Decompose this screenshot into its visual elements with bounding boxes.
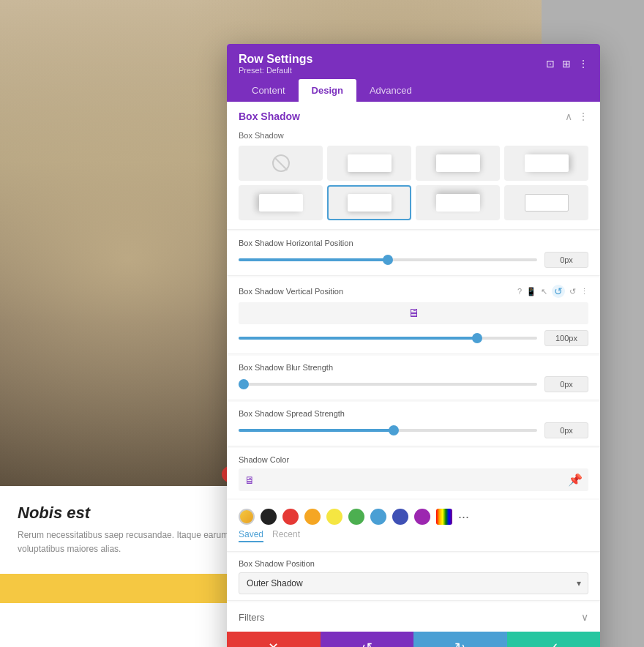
panel-body: Box Shadow ∧ ⋮ Box Shadow	[227, 102, 600, 647]
more-icon[interactable]: ⋮	[578, 58, 588, 70]
help-icon[interactable]: ?	[517, 287, 522, 296]
columns-icon[interactable]: ⊞	[562, 58, 571, 70]
color-indigo[interactable]	[392, 509, 408, 525]
blur-value[interactable]: 0px	[544, 376, 588, 392]
shadow-label: Box Shadow	[227, 128, 600, 146]
shadow-position-label: Box Shadow Position	[239, 559, 588, 568]
vertical-label: Box Shadow Vertical Position	[239, 287, 343, 296]
shadow-option-top[interactable]	[416, 185, 500, 220]
color-yellow[interactable]	[326, 509, 342, 525]
mobile-icon-sm[interactable]: 📱	[526, 287, 536, 296]
monitor-icon[interactable]: 🖥	[408, 307, 419, 320]
vertical-track[interactable]	[239, 337, 537, 340]
vertical-slider-section: Box Shadow Vertical Position ? 📱 ↖ ↺ ↺ ⋮…	[227, 277, 600, 354]
undo-button[interactable]: ↺	[321, 632, 414, 647]
filters-section[interactable]: Filters ∨	[227, 602, 600, 632]
spread-value[interactable]: 0px	[544, 422, 588, 438]
section-title: Box Shadow	[239, 111, 300, 122]
spread-slider-row: Box Shadow Spread Strength 0px	[227, 402, 600, 446]
spread-track[interactable]	[239, 429, 537, 432]
collapse-icon[interactable]: ∧	[565, 111, 572, 122]
shadow-option-outer[interactable]	[416, 146, 500, 181]
color-tabs: Saved Recent	[239, 529, 588, 542]
card-body: Rerum necessitatibus saep recusandae. It…	[18, 528, 239, 556]
row-settings-panel: Row Settings Preset: Default ⊡ ⊞ ⋮ Conte…	[227, 44, 600, 647]
color-red[interactable]	[282, 509, 299, 525]
color-black[interactable]	[261, 509, 277, 525]
tab-design[interactable]: Design	[299, 79, 356, 102]
color-green[interactable]	[348, 509, 364, 525]
save-button[interactable]: ✓	[507, 632, 601, 647]
redo-button[interactable]: ↻	[413, 632, 507, 647]
color-orange[interactable]	[304, 509, 321, 525]
header-icons: ⊡ ⊞ ⋮	[546, 58, 588, 70]
color-gradient-picker[interactable]	[436, 509, 452, 525]
horizontal-track[interactable]	[239, 258, 537, 261]
blur-track[interactable]	[239, 383, 537, 386]
sync-icon[interactable]: ↺	[552, 285, 565, 298]
color-palette: ··· Saved Recent	[227, 500, 600, 551]
shadow-position-select[interactable]: Outer Shadow Inner Shadow	[239, 572, 588, 594]
filters-expand-icon[interactable]: ∨	[581, 611, 588, 623]
horizontal-label: Box Shadow Horizontal Position	[239, 239, 353, 247]
filters-label: Filters	[239, 612, 264, 623]
shadow-option-bottom[interactable]	[327, 146, 411, 181]
card-title: Nobis est	[18, 504, 239, 523]
tab-advanced[interactable]: Advanced	[356, 79, 425, 102]
vertical-value[interactable]: 100px	[544, 330, 588, 346]
spread-label: Box Shadow Spread Strength	[239, 409, 345, 418]
color-eyedropper[interactable]	[239, 509, 255, 525]
panel-header: Row Settings Preset: Default ⊡ ⊞ ⋮ Conte…	[227, 44, 600, 102]
shadow-option-selected[interactable]	[327, 185, 411, 220]
panel-title: Row Settings	[239, 53, 312, 66]
bottom-toolbar: ✕ ↺ ↻ ✓	[227, 632, 600, 647]
color-tab-recent[interactable]: Recent	[272, 529, 300, 542]
section-more-icon[interactable]: ⋮	[578, 111, 588, 122]
panel-tabs: Content Design Advanced	[239, 79, 588, 102]
horizontal-slider-row: Box Shadow Horizontal Position 0px	[227, 231, 600, 275]
white-card-section: Nobis est Rerum necessitatibus saep recu…	[0, 486, 256, 647]
tab-content[interactable]: Content	[239, 79, 299, 102]
more-colors-icon[interactable]: ···	[458, 509, 469, 525]
blur-label: Box Shadow Blur Strength	[239, 363, 333, 372]
cursor-icon[interactable]: ↖	[541, 287, 547, 296]
reset-icon[interactable]: ↺	[569, 287, 576, 296]
shadow-option-left[interactable]	[239, 185, 323, 220]
color-purple[interactable]	[414, 509, 430, 525]
color-blue[interactable]	[370, 509, 386, 525]
shadow-option-none[interactable]	[239, 146, 323, 181]
pin-icon[interactable]: 📌	[568, 473, 583, 487]
horizontal-value[interactable]: 0px	[544, 252, 588, 268]
vertical-more-icon[interactable]: ⋮	[580, 287, 588, 296]
box-shadow-section-header: Box Shadow ∧ ⋮	[227, 102, 600, 128]
cancel-button[interactable]: ✕	[227, 632, 321, 647]
fullscreen-icon[interactable]: ⊡	[546, 58, 555, 70]
shadow-monitor-icon[interactable]: 🖥	[244, 474, 255, 486]
shadow-grid	[227, 146, 600, 229]
color-tab-saved[interactable]: Saved	[239, 529, 263, 542]
shadow-color-row: Shadow Color 🖥 📌	[227, 448, 600, 498]
shadow-option-corner[interactable]	[504, 185, 588, 220]
panel-preset: Preset: Default	[239, 66, 312, 75]
dropdown-arrow-icon: ▾	[577, 578, 581, 588]
shadow-option-right[interactable]	[504, 146, 588, 181]
shadow-color-label: Shadow Color	[239, 455, 289, 464]
shadow-position-row: Box Shadow Position Outer Shadow Inner S…	[227, 553, 600, 600]
blur-slider-row: Box Shadow Blur Strength 0px	[227, 356, 600, 400]
